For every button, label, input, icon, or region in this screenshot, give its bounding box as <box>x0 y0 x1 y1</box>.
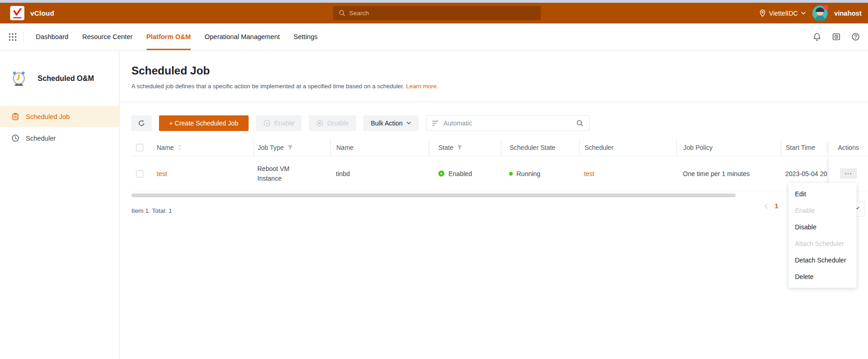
filter-search-box[interactable] <box>426 115 590 131</box>
start-time-value: 2023-05-04 20 <box>785 170 827 177</box>
learn-more-link[interactable]: Learn more. <box>406 83 438 90</box>
menu-item-attach-scheduler[interactable]: Attach Scheduler <box>789 235 857 252</box>
col-header-instance-name[interactable]: Name <box>336 144 353 151</box>
state-value: Enabled <box>448 170 472 177</box>
play-circle-icon <box>263 120 271 127</box>
job-type-value: Reboot VM Instance <box>257 164 308 183</box>
filter-funnel-icon[interactable] <box>457 145 463 150</box>
menu-item-enable[interactable]: Enable <box>789 202 857 219</box>
help-icon[interactable] <box>851 33 860 41</box>
scheduled-job-table: Name Job Type Name State Scheduler State… <box>131 139 868 197</box>
username-label[interactable]: vinahost <box>834 10 862 17</box>
page-description-text: A scheduled job defines that a specific … <box>131 83 404 90</box>
clipboard-icon <box>11 113 19 120</box>
refresh-button[interactable] <box>131 115 152 131</box>
col-header-start-time[interactable]: Start Time <box>786 144 815 151</box>
sidebar: Scheduled O&M Scheduled Job Scheduler <box>0 51 119 359</box>
enable-button-label: Enable <box>274 120 295 127</box>
chevron-down-icon <box>801 11 806 15</box>
horizontal-scrollbar <box>131 194 868 197</box>
user-avatar[interactable] <box>812 6 828 21</box>
stop-circle-icon <box>316 120 323 127</box>
more-actions-button[interactable]: ··· <box>840 168 857 179</box>
sidebar-title: Scheduled O&M <box>38 74 94 83</box>
nav-item-settings[interactable]: Settings <box>294 23 318 50</box>
vinahost-logo-icon <box>10 6 24 20</box>
enable-button[interactable]: Enable <box>256 115 302 131</box>
filter-input[interactable] <box>443 120 572 127</box>
chevron-down-icon <box>406 121 411 125</box>
filter-lines-icon <box>432 120 439 126</box>
sidebar-item-label: Scheduled Job <box>26 113 70 120</box>
col-header-state[interactable]: State <box>438 144 454 151</box>
region-label: ViettelIDC <box>769 10 798 17</box>
nav-divider <box>23 32 24 42</box>
create-scheduled-job-button[interactable]: + Create Scheduled Job <box>159 115 249 131</box>
sidebar-item-scheduled-job[interactable]: Scheduled Job <box>0 106 119 127</box>
brand-name: vCloud <box>30 9 54 17</box>
sort-icon[interactable] <box>177 144 182 151</box>
col-header-scheduler[interactable]: Scheduler <box>584 144 613 151</box>
nav-item-operational-management[interactable]: Operational Management <box>204 23 280 50</box>
menu-item-delete[interactable]: Delete <box>789 268 857 285</box>
region-selector[interactable]: ViettelIDC <box>759 9 806 17</box>
topbar: vCloud ViettelIDC vinahost <box>0 3 868 23</box>
instance-name-value: tinbd <box>336 170 350 177</box>
filter-funnel-icon[interactable] <box>287 145 293 150</box>
item-count-summary: Item 1. Total: 1 <box>131 207 172 214</box>
global-search[interactable] <box>333 6 541 20</box>
logo-micro-text <box>13 17 22 18</box>
bell-icon[interactable] <box>813 33 821 41</box>
refresh-icon <box>138 120 145 127</box>
table-row: test Reboot VM Instance tinbd Enabled Ru… <box>131 156 868 191</box>
job-name-link[interactable]: test <box>157 170 167 177</box>
main-navbar: Dashboard Resource Center Platform O&M O… <box>0 23 868 51</box>
alarm-clock-icon <box>10 70 28 87</box>
bulk-action-label: Bulk Action <box>371 120 403 127</box>
notification-dot <box>823 5 828 10</box>
toolbar: + Create Scheduled Job Enable Disable Bu… <box>131 115 868 131</box>
col-header-job-type[interactable]: Job Type <box>258 144 284 151</box>
enabled-state-icon <box>438 170 445 177</box>
nav-item-resource-center[interactable]: Resource Center <box>82 23 133 50</box>
table-footer: Item 1. Total: 1 <box>131 207 868 214</box>
operation-record-icon[interactable] <box>832 33 840 41</box>
brand: vCloud <box>10 5 54 21</box>
nav-items: Dashboard Resource Center Platform O&M O… <box>36 23 318 50</box>
topbar-right: ViettelIDC vinahost <box>759 3 862 23</box>
nav-right-icons <box>813 23 860 50</box>
nav-item-dashboard[interactable]: Dashboard <box>36 23 68 50</box>
select-all-checkbox[interactable] <box>136 144 143 151</box>
col-header-actions: Actions <box>838 144 859 151</box>
bulk-action-button[interactable]: Bulk Action <box>363 115 419 131</box>
page-title: Scheduled Job <box>131 64 868 77</box>
scheduler-state-value: Running <box>516 170 540 177</box>
nav-item-platform-om[interactable]: Platform O&M <box>147 23 191 50</box>
sidebar-item-scheduler[interactable]: Scheduler <box>0 127 119 149</box>
pagination: 1 <box>764 202 778 210</box>
row-checkbox[interactable] <box>136 170 143 177</box>
row-actions-menu: Edit Enable Disable Attach Scheduler Det… <box>789 183 857 288</box>
disable-button[interactable]: Disable <box>309 115 356 131</box>
scrollbar-thumb[interactable] <box>131 194 736 197</box>
menu-item-disable[interactable]: Disable <box>789 219 857 235</box>
sidebar-item-label: Scheduler <box>26 135 56 142</box>
app-grid-icon[interactable] <box>8 33 17 41</box>
main-content: Scheduled Job A scheduled job defines th… <box>119 51 868 359</box>
menu-item-edit[interactable]: Edit <box>789 186 857 202</box>
location-pin-icon <box>759 9 766 17</box>
search-icon[interactable] <box>576 120 584 127</box>
col-header-job-policy[interactable]: Job Policy <box>683 144 713 151</box>
col-header-name[interactable]: Name <box>157 144 174 151</box>
section-divider <box>119 102 868 102</box>
sidebar-header: Scheduled O&M <box>0 51 119 106</box>
current-page-number[interactable]: 1 <box>775 202 778 210</box>
col-header-scheduler-state[interactable]: Scheduler State <box>510 144 556 151</box>
clock-icon <box>11 134 19 142</box>
scheduler-link[interactable]: test <box>584 170 595 177</box>
job-policy-value: One time per 1 minutes <box>683 170 750 177</box>
global-search-input[interactable] <box>349 10 535 17</box>
prev-page-icon[interactable] <box>764 203 768 209</box>
app-root: vCloud ViettelIDC vinahost Dashboard Res… <box>0 0 868 359</box>
menu-item-detach-scheduler[interactable]: Detach Scheduler <box>789 252 857 268</box>
